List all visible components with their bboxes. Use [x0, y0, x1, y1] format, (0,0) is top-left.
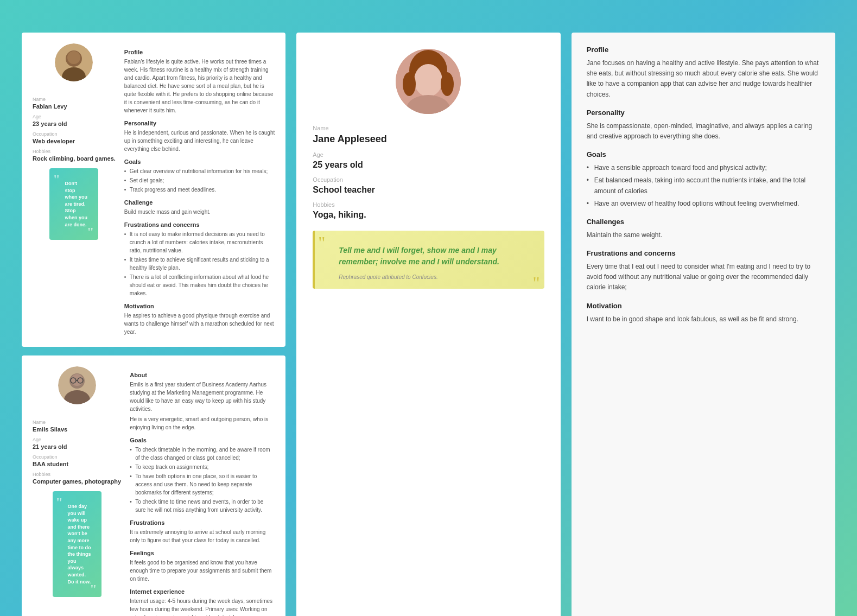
fabian-goal-3: Track progress and meet deadlines. [124, 186, 275, 194]
svg-point-15 [441, 72, 454, 96]
jane-profile-title: Profile [587, 46, 820, 54]
fabian-name-label: Name [33, 97, 116, 102]
jane-occupation-label: Occupation [313, 176, 544, 183]
emils-avatar [58, 366, 96, 404]
emils-internet-text: Internet usage: 4-5 hours during the wee… [130, 597, 275, 616]
jane-challenges-text: Maintain the same weight. [587, 230, 820, 240]
fabian-challenge-title: Challenge [124, 199, 275, 206]
emils-feelings-title: Feelings [130, 550, 275, 556]
jane-frustrations-text: Every time that I eat out I need to cons… [587, 262, 820, 293]
jane-frustrations-title: Frustrations and concerns [587, 249, 820, 257]
emils-occupation: BAA student [33, 461, 121, 467]
persona-emils-card: Name Emils Silavs Age 21 years old Occup… [22, 355, 285, 616]
jane-age-label: Age [313, 151, 544, 158]
fabian-quote-box: " Don't stop when you are tired. Stop wh… [49, 168, 98, 240]
jane-quote-box: " Tell me and I will forget, show me and… [313, 231, 544, 289]
fabian-hobbies: Rock climbing, board games. [33, 155, 116, 162]
emils-about-title: About [130, 372, 275, 378]
emils-goals-title: Goals [130, 437, 275, 443]
fabian-personality-text: He is independent, curious and passionat… [124, 129, 275, 153]
emils-frustrations-title: Frustrations [130, 519, 275, 526]
svg-point-3 [67, 51, 80, 64]
emils-avatar-section: Name Emils Silavs Age 21 years old Occup… [33, 366, 121, 597]
emils-details: About Emils is a first year student of B… [130, 366, 275, 616]
emils-age: 21 years old [33, 443, 121, 450]
fabian-avatar [55, 43, 93, 81]
main-layout: Name Fabian Levy Age 23 years old Occupa… [22, 33, 835, 616]
persona-fabian-card: Name Fabian Levy Age 23 years old Occupa… [22, 33, 285, 347]
fabian-age: 23 years old [33, 120, 116, 127]
fabian-frustrations-list: It is not easy to make informed decision… [124, 230, 275, 297]
jane-occupation: School teacher [313, 185, 544, 195]
fabian-frustrations-title: Frustrations and concerns [124, 221, 275, 228]
jane-motivation-text: I want to be in good shape and look fabu… [587, 314, 820, 325]
emils-name-label: Name [33, 420, 121, 425]
jane-goal-3: Have an overview of healthy food options… [587, 199, 820, 209]
fabian-age-label: Age [33, 114, 116, 119]
emils-about-text2: He is a very energetic, smart and outgoi… [130, 415, 275, 431]
svg-point-13 [414, 64, 442, 97]
jane-profile-text: Jane focuses on having a healthy and act… [587, 58, 820, 100]
jane-name-label: Name [313, 125, 544, 131]
jane-hobbies-label: Hobbies [313, 201, 544, 208]
jane-name: Jane Appleseed [313, 134, 544, 145]
fabian-name: Fabian Levy [33, 103, 116, 110]
fabian-hobbies-label: Hobbies [33, 149, 116, 154]
emils-quote-left-mark: " [56, 493, 63, 512]
emils-goal-4: To check time to time news and events, i… [130, 498, 275, 514]
jane-personality-title: Personality [587, 109, 820, 117]
emils-goal-1: To check timetable in the morning, and b… [130, 446, 275, 462]
jane-quote-left-mark: " [318, 233, 325, 253]
fabian-goals-list: Get clear overview of nutritional inform… [124, 167, 275, 194]
jane-age: 25 years old [313, 160, 544, 170]
emils-frustrations-text: It is extremely annoying to arrive at sc… [130, 528, 275, 544]
emils-internet-title: Internet experience [130, 588, 275, 595]
fabian-goal-2: Set diet goals; [124, 176, 275, 185]
svg-point-7 [71, 374, 83, 386]
fabian-personality-title: Personality [124, 120, 275, 126]
jane-quote-attribution: Rephrased quote attributed to Confucius. [326, 274, 533, 280]
jane-goal-1: Have a sensible approach toward food and… [587, 163, 820, 173]
fabian-profile-title: Profile [124, 49, 275, 55]
emils-quote-box: " One day you will wake up and there won… [53, 491, 101, 597]
jane-personality-text: She is compassionate, open-minded, imagi… [587, 121, 820, 142]
fabian-occupation: Web developer [33, 138, 116, 144]
jane-avatar [396, 49, 461, 114]
fabian-motivation-text: He aspires to achieve a good physique th… [124, 312, 275, 336]
jane-goals-title: Goals [587, 150, 820, 158]
emils-age-label: Age [33, 437, 121, 442]
fabian-frustration-1: It is not easy to make informed decision… [124, 230, 275, 255]
fabian-quote-right-mark: " [87, 223, 94, 242]
emils-feelings-text: It feels good to be organised and know t… [130, 558, 275, 583]
fabian-quote-text: Don't stop when you are tired. Stop when… [57, 176, 91, 232]
emils-quote-right-mark: " [90, 580, 97, 599]
fabian-motivation-title: Motivation [124, 303, 275, 309]
emils-goal-2: To keep track on assignments; [130, 463, 275, 471]
jane-quote-right-mark: " [533, 273, 540, 293]
svg-point-14 [403, 72, 416, 96]
fabian-details: Profile Fabian's lifestyle is quite acti… [124, 43, 275, 336]
jane-goal-2: Eat balanced meals, taking into account … [587, 175, 820, 196]
fabian-profile-text: Fabian's lifestyle is quite active. He w… [124, 58, 275, 115]
emils-about-text1: Emils is a first year student of Busines… [130, 380, 275, 413]
emils-goal-3: To have both options in one place, so it… [130, 472, 275, 497]
fabian-goal-1: Get clear overview of nutritional inform… [124, 167, 275, 175]
jane-quote-text: Tell me and I will forget, show me and I… [326, 239, 533, 270]
fabian-frustration-3: There is a lot of conflicting informatio… [124, 273, 275, 297]
emils-name: Emils Silavs [33, 426, 121, 433]
persona-jane-card: Name Jane Appleseed Age 25 years old Occ… [296, 33, 560, 616]
jane-hobbies: Yoga, hiking. [313, 210, 544, 220]
emils-occupation-label: Occupation [33, 454, 121, 460]
fabian-frustration-2: It takes time to achieve significant res… [124, 256, 275, 272]
jane-avatar-section [313, 49, 544, 114]
jane-goals-list: Have a sensible approach toward food and… [587, 163, 820, 209]
jane-motivation-title: Motivation [587, 302, 820, 310]
fabian-occupation-label: Occupation [33, 131, 116, 137]
emils-hobbies-label: Hobbies [33, 472, 121, 477]
fabian-challenge-text: Build muscle mass and gain weight. [124, 208, 275, 216]
fabian-avatar-section: Name Fabian Levy Age 23 years old Occupa… [33, 43, 116, 240]
fabian-goals-title: Goals [124, 158, 275, 165]
fabian-quote-left-mark: " [53, 170, 60, 189]
left-column: Name Fabian Levy Age 23 years old Occupa… [22, 33, 285, 616]
emils-quote-text: One day you will wake up and there won't… [60, 499, 94, 589]
